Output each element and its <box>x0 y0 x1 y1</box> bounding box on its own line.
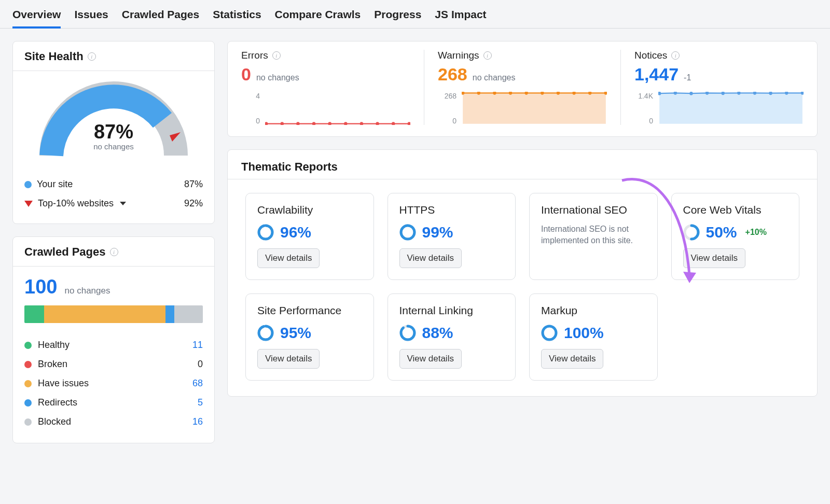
site-health-legend: Your site 87% Top-10% websites 92% <box>13 175 214 223</box>
thematic-card-delta: +10% <box>745 228 767 237</box>
svg-point-45 <box>543 326 556 340</box>
thematic-card-cwv: Core Web Vitals50%+10%View details <box>671 193 800 280</box>
thematic-card-title: HTTPS <box>399 204 504 216</box>
legend-your-site: Your site 87% <box>24 175 203 194</box>
tab-overview[interactable]: Overview <box>12 6 61 28</box>
svg-point-6 <box>344 122 347 125</box>
crawled-row-healthy[interactable]: Healthy11 <box>24 335 203 355</box>
crawled-pages-card: Crawled Pages i 100 no changes Healthy11… <box>12 236 215 443</box>
summary-notices: Notices i 1,447 -1 1.4K 0 <box>620 50 804 125</box>
summary-title-label: Notices <box>634 50 667 61</box>
dot-icon <box>24 181 32 188</box>
site-health-header: Site Health i <box>13 41 214 71</box>
site-health-card: Site Health i 87% no changes <box>12 41 215 224</box>
info-icon[interactable]: i <box>671 51 680 60</box>
view-details-button[interactable]: View details <box>541 349 603 369</box>
tab-js-impact[interactable]: JS Impact <box>435 6 486 28</box>
thematic-card-crawlability: Crawlability96%View details <box>245 193 374 280</box>
view-details-button[interactable]: View details <box>683 248 745 268</box>
info-icon[interactable]: i <box>88 52 96 61</box>
svg-point-43 <box>401 326 414 340</box>
stackbar-segment-healthy <box>24 305 44 323</box>
y-tick: 268 <box>438 92 457 100</box>
view-details-button[interactable]: View details <box>399 248 462 268</box>
info-icon[interactable]: i <box>272 51 281 60</box>
summary-errors-delta: no changes <box>256 73 299 82</box>
tab-issues[interactable]: Issues <box>74 6 108 28</box>
list-item-label: Blocked <box>38 416 176 427</box>
legend-label: Your site <box>37 179 73 190</box>
svg-point-10 <box>408 122 410 125</box>
list-item-label: Have issues <box>38 378 176 389</box>
legend-top10[interactable]: Top-10% websites 92% <box>24 194 203 213</box>
info-icon[interactable]: i <box>110 248 118 256</box>
thematic-card-title: Site Performance <box>257 304 362 317</box>
thematic-card-percent: 88% <box>422 324 453 342</box>
thematic-card-markup: Markup100%View details <box>529 293 658 381</box>
summary-notices-delta: -1 <box>684 73 691 82</box>
summary-warnings: Warnings i 268 no changes 268 0 <box>424 50 620 125</box>
progress-ring-icon <box>683 224 700 241</box>
tab-crawled-pages[interactable]: Crawled Pages <box>122 6 199 28</box>
chevron-down-icon <box>120 202 126 205</box>
thematic-reports-card: Thematic Reports Crawlability96%View det… <box>227 149 818 397</box>
tab-progress[interactable]: Progress <box>374 6 421 28</box>
site-health-sub: no changes <box>38 142 189 151</box>
svg-marker-22 <box>659 93 803 123</box>
stackbar-segment-redirects <box>165 305 174 323</box>
crawled-row-blocked[interactable]: Blocked16 <box>24 412 203 431</box>
crawled-breakdown-list: Healthy11Broken0Have issues68Redirects5B… <box>24 335 203 431</box>
thematic-card-title: Markup <box>541 304 646 317</box>
thematic-card-title: Crawlability <box>257 204 362 216</box>
thematic-card-percent: 99% <box>422 223 453 241</box>
crawled-pages-title: Crawled Pages <box>24 245 106 259</box>
thematic-grid: Crawlability96%View detailsHTTPS99%View … <box>228 179 817 396</box>
summary-warnings-value: 268 <box>438 64 467 85</box>
svg-point-35 <box>259 226 272 239</box>
legend-value: 92% <box>184 198 203 209</box>
thematic-card-linking: Internal Linking88%View details <box>388 293 516 381</box>
thematic-card-percent: 100% <box>564 324 604 342</box>
svg-point-8 <box>376 122 379 125</box>
svg-point-25 <box>689 92 693 95</box>
progress-ring-icon <box>541 325 558 341</box>
stackbar-segment-blocked <box>174 305 203 323</box>
thematic-card-https: HTTPS99%View details <box>388 193 516 280</box>
progress-ring-icon <box>257 224 274 241</box>
legend-label: Top-10% websites <box>38 198 114 209</box>
info-icon[interactable]: i <box>483 51 492 60</box>
list-item-value: 5 <box>182 397 203 408</box>
stackbar-segment-haveissues <box>44 305 165 323</box>
view-details-button[interactable]: View details <box>257 349 320 369</box>
crawled-row-redirects[interactable]: Redirects5 <box>24 393 203 412</box>
errors-sparkline: 4 0 <box>241 92 410 125</box>
summary-title-label: Errors <box>241 50 268 61</box>
tab-statistics[interactable]: Statistics <box>213 6 261 28</box>
tab-compare-crawls[interactable]: Compare Crawls <box>275 6 361 28</box>
summary-errors: Errors i 0 no changes 4 0 <box>241 50 424 125</box>
dot-icon <box>24 361 32 368</box>
svg-point-3 <box>296 122 299 125</box>
list-item-value: 16 <box>182 416 203 427</box>
triangle-down-icon <box>24 201 33 207</box>
svg-point-1 <box>265 122 268 125</box>
summary-notices-value: 1,447 <box>634 64 679 85</box>
svg-point-2 <box>281 122 284 125</box>
list-item-label: Healthy <box>38 340 176 351</box>
y-tick: 0 <box>438 117 457 125</box>
thematic-card-perf: Site Performance95%View details <box>245 293 374 381</box>
svg-point-37 <box>401 226 414 239</box>
thematic-card-title: International SEO <box>541 204 646 216</box>
thematic-card-note: International SEO is not implemented on … <box>541 223 646 247</box>
left-column: Site Health i 87% no changes <box>12 41 215 443</box>
svg-point-41 <box>259 326 272 340</box>
view-details-button[interactable]: View details <box>257 248 320 268</box>
notices-sparkline: 1.4K 0 <box>634 92 804 125</box>
tabs-nav: Overview Issues Crawled Pages Statistics… <box>0 0 830 29</box>
summary-card: Errors i 0 no changes 4 0 Warnings <box>227 41 818 137</box>
crawled-row-broken[interactable]: Broken0 <box>24 355 203 374</box>
list-item-label: Broken <box>38 359 176 370</box>
crawled-row-haveissues[interactable]: Have issues68 <box>24 374 203 393</box>
y-tick: 0 <box>634 117 653 125</box>
view-details-button[interactable]: View details <box>399 349 462 369</box>
